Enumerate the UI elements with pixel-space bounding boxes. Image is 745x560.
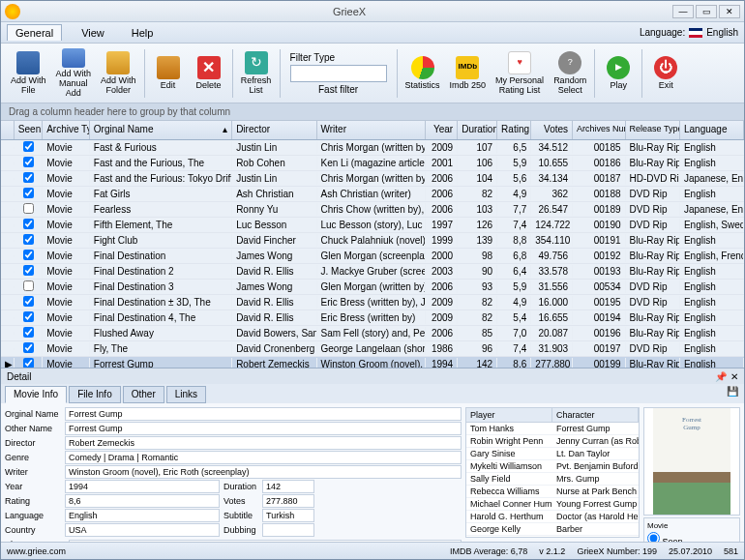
table-row[interactable]: MovieFinal Destination 2David R. EllisJ.… [1, 264, 744, 280]
maximize-button[interactable]: ▭ [696, 5, 717, 18]
col-votes[interactable]: Votes [531, 121, 573, 139]
col-language[interactable]: Language [680, 121, 744, 139]
col-name[interactable]: Orginal Name ▴ [90, 121, 232, 139]
language-value[interactable]: English [706, 27, 738, 38]
seen-checkbox[interactable] [23, 172, 34, 183]
subtitle-field[interactable]: Turkish [262, 509, 314, 522]
director-field[interactable]: Robert Zemeckis [65, 436, 462, 450]
col-year[interactable]: Year [426, 121, 458, 139]
seen-checkbox[interactable] [23, 141, 34, 152]
rating-list-button[interactable]: ♥My Personal Rating List [492, 46, 548, 101]
col-character[interactable]: Character [552, 408, 639, 422]
detail-pin-icon[interactable]: 📌 [715, 371, 727, 382]
table-row[interactable]: MovieFinal Destination ± 3D, TheDavid R.… [1, 295, 744, 310]
seen-checkbox[interactable] [23, 342, 34, 353]
col-director[interactable]: Director [232, 121, 316, 139]
tab-links[interactable]: Links [166, 386, 206, 403]
cast-row[interactable]: George KellyBarber [466, 523, 639, 536]
duration-field[interactable]: 142 [262, 480, 314, 493]
col-archnum[interactable]: Archives Number [573, 121, 625, 139]
genre-field[interactable]: Comedy | Drama | Romantic [65, 451, 462, 464]
seen-checkbox[interactable] [23, 280, 34, 291]
movie-grid: Seen Archive Type Orginal Name ▴ Directo… [1, 121, 744, 368]
fast-filter-input[interactable] [290, 65, 387, 82]
other-name-field[interactable]: Forrest Gump [65, 422, 462, 435]
imdb250-button[interactable]: IMDbImdb 250 [446, 46, 491, 101]
table-row[interactable]: MovieFat GirlsAsh ChristianAsh Christian… [1, 187, 744, 202]
seen-checkbox[interactable] [23, 250, 34, 260]
minimize-button[interactable]: — [672, 5, 694, 18]
random-button[interactable]: ?Random Select [550, 46, 590, 101]
table-row[interactable]: MovieFifth Element, TheLuc BessonLuc Bes… [1, 218, 744, 233]
cast-row[interactable]: Michael Conner HumphreysYoung Forrest Gu… [466, 498, 639, 511]
cast-row[interactable]: Harold G. HerthumDoctor (as Harold Herth… [466, 511, 639, 523]
refresh-button[interactable]: ↻Refresh List [237, 46, 276, 101]
tab-other[interactable]: Other [123, 386, 164, 403]
tab-general[interactable]: General [7, 24, 62, 41]
seen-checkbox[interactable] [23, 188, 34, 198]
table-row[interactable]: MovieFearlessRonny YuChris Chow (written… [1, 202, 744, 218]
writer-field[interactable]: Winston Groom (novel), Eric Roth (screen… [65, 465, 462, 479]
orginal-name-field[interactable]: Forrest Gump [65, 407, 462, 421]
seen-checkbox[interactable] [23, 265, 34, 276]
tab-help[interactable]: Help [124, 25, 162, 41]
table-row[interactable]: MovieFinal DestinationJames WongGlen Mor… [1, 249, 744, 264]
close-button[interactable]: ✕ [719, 5, 740, 18]
table-row[interactable]: MovieFast & FuriousJustin LinChris Morga… [1, 140, 744, 156]
seen-checkbox[interactable] [23, 219, 34, 229]
seen-checkbox[interactable] [23, 203, 34, 214]
col-player[interactable]: Player [466, 408, 552, 422]
cast-row[interactable]: Sally FieldMrs. Gump [466, 473, 639, 486]
play-button[interactable]: ▶Play [599, 46, 638, 101]
dubbing-field[interactable] [262, 523, 314, 537]
statistics-button[interactable]: Statistics [402, 46, 444, 101]
table-row[interactable]: MovieFight ClubDavid FincherChuck Palahn… [1, 233, 744, 249]
table-row[interactable]: MovieFast and the Furious, TheRob CohenK… [1, 156, 744, 171]
votes-field[interactable]: 277.880 [262, 494, 314, 508]
table-row[interactable]: MovieFlushed AwayDavid Bowers, Sam FellS… [1, 326, 744, 341]
tab-movie-info[interactable]: Movie Info [5, 386, 67, 403]
cast-row[interactable]: Tom HanksForrest Gump [466, 423, 639, 435]
table-row[interactable]: MovieFinal Destination 4, TheDavid R. El… [1, 310, 744, 326]
seen-checkbox[interactable] [23, 234, 34, 245]
language-field[interactable]: English [65, 509, 220, 522]
add-with-file-button[interactable]: Add With File [7, 46, 50, 101]
cast-row[interactable]: Rebecca WilliamsNurse at Park Bench [466, 486, 639, 498]
status-url[interactable]: www.griee.com [7, 546, 66, 556]
col-writer[interactable]: Writer [317, 121, 427, 139]
cast-grid: Player Character Tom HanksForrest GumpRo… [465, 407, 640, 538]
poster[interactable]: ForrestGump [643, 407, 740, 516]
col-reltype[interactable]: Release Type [626, 121, 680, 139]
col-archive[interactable]: Archive Type [43, 121, 90, 139]
seen-checkbox[interactable] [23, 311, 34, 322]
country-field[interactable]: USA [65, 523, 220, 537]
detail-save-icon[interactable]: 💾 [727, 386, 738, 403]
status-number: GrieeX Number: 199 [577, 546, 657, 556]
seen-checkbox[interactable] [23, 327, 34, 338]
seen-checkbox[interactable] [23, 296, 34, 307]
rating-field[interactable]: 8,6 [65, 494, 220, 508]
cast-row[interactable]: Robin Wright PennJenny Curran (as Robin … [466, 435, 639, 448]
add-manual-button[interactable]: Add With Manual Add [52, 46, 96, 101]
filter-type-label[interactable]: Filter Type [290, 52, 387, 63]
col-rating[interactable]: Rating [497, 121, 531, 139]
add-folder-button[interactable]: Add With Folder [97, 46, 140, 101]
seen-checkbox[interactable] [23, 358, 34, 368]
detail-close-icon[interactable]: ✕ [730, 371, 738, 382]
table-row[interactable]: MovieFly, TheDavid CronenbergGeorge Lang… [1, 341, 744, 357]
group-hint[interactable]: Drag a column header here to group by th… [1, 103, 744, 121]
col-duration[interactable]: Duration [458, 121, 497, 139]
seen-checkbox[interactable] [23, 157, 34, 167]
tab-view[interactable]: View [74, 25, 112, 41]
col-seen[interactable]: Seen [15, 121, 43, 139]
year-field[interactable]: 1994 [65, 480, 220, 493]
cast-row[interactable]: Mykelti WilliamsonPvt. Benjamin Buford '… [466, 460, 639, 473]
exit-button[interactable]: ⏻Exit [646, 46, 685, 101]
table-row[interactable]: MovieFinal Destination 3James WongGlen M… [1, 280, 744, 295]
delete-button[interactable]: ✕Delete [190, 46, 228, 101]
cast-row[interactable]: Gary SiniseLt. Dan Taylor [466, 448, 639, 460]
table-row[interactable]: ▶MovieForrest GumpRobert ZemeckisWinston… [1, 357, 744, 368]
table-row[interactable]: MovieFast and the Furious: Tokyo Drift, … [1, 171, 744, 187]
edit-button[interactable]: Edit [149, 46, 188, 101]
tab-file-info[interactable]: File Info [69, 386, 121, 403]
